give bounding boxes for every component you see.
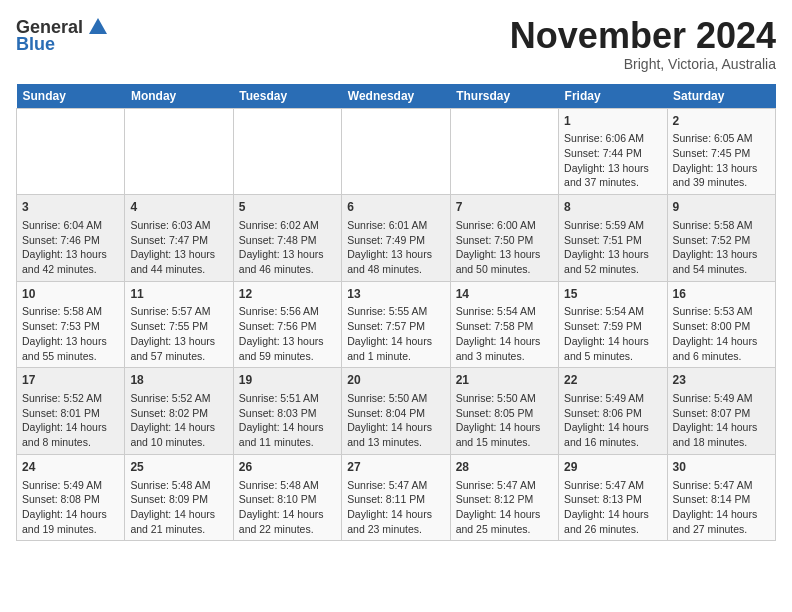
day-detail: Sunset: 8:06 PM bbox=[564, 406, 661, 421]
day-detail: Daylight: 13 hours and 54 minutes. bbox=[673, 247, 770, 276]
calendar-cell: 25Sunrise: 5:48 AMSunset: 8:09 PMDayligh… bbox=[125, 454, 233, 541]
day-detail: Sunrise: 6:04 AM bbox=[22, 218, 119, 233]
day-number: 28 bbox=[456, 459, 553, 476]
day-detail: Sunset: 8:11 PM bbox=[347, 492, 444, 507]
day-number: 9 bbox=[673, 199, 770, 216]
calendar-cell: 18Sunrise: 5:52 AMSunset: 8:02 PMDayligh… bbox=[125, 368, 233, 455]
day-number: 26 bbox=[239, 459, 336, 476]
day-number: 6 bbox=[347, 199, 444, 216]
day-number: 25 bbox=[130, 459, 227, 476]
calendar-cell: 7Sunrise: 6:00 AMSunset: 7:50 PMDaylight… bbox=[450, 195, 558, 282]
day-detail: Daylight: 14 hours and 22 minutes. bbox=[239, 507, 336, 536]
calendar-week-row: 3Sunrise: 6:04 AMSunset: 7:46 PMDaylight… bbox=[17, 195, 776, 282]
day-detail: Sunrise: 5:52 AM bbox=[22, 391, 119, 406]
calendar-cell: 23Sunrise: 5:49 AMSunset: 8:07 PMDayligh… bbox=[667, 368, 775, 455]
day-detail: Sunrise: 5:54 AM bbox=[564, 304, 661, 319]
day-detail: Sunset: 7:49 PM bbox=[347, 233, 444, 248]
day-detail: Daylight: 14 hours and 19 minutes. bbox=[22, 507, 119, 536]
day-detail: Daylight: 14 hours and 21 minutes. bbox=[130, 507, 227, 536]
location-subtitle: Bright, Victoria, Australia bbox=[510, 56, 776, 72]
day-detail: Sunrise: 5:47 AM bbox=[564, 478, 661, 493]
day-detail: Sunrise: 5:58 AM bbox=[673, 218, 770, 233]
day-detail: Daylight: 13 hours and 59 minutes. bbox=[239, 334, 336, 363]
day-detail: Sunrise: 6:01 AM bbox=[347, 218, 444, 233]
logo: General Blue bbox=[16, 16, 109, 55]
calendar-cell: 24Sunrise: 5:49 AMSunset: 8:08 PMDayligh… bbox=[17, 454, 125, 541]
day-detail: Daylight: 13 hours and 44 minutes. bbox=[130, 247, 227, 276]
day-number: 29 bbox=[564, 459, 661, 476]
day-detail: Sunrise: 5:50 AM bbox=[347, 391, 444, 406]
page-header: General Blue November 2024 Bright, Victo… bbox=[16, 16, 776, 72]
day-detail: Sunset: 7:44 PM bbox=[564, 146, 661, 161]
day-number: 24 bbox=[22, 459, 119, 476]
day-detail: Daylight: 14 hours and 10 minutes. bbox=[130, 420, 227, 449]
calendar-cell: 26Sunrise: 5:48 AMSunset: 8:10 PMDayligh… bbox=[233, 454, 341, 541]
day-detail: Sunrise: 6:02 AM bbox=[239, 218, 336, 233]
weekday-header: Tuesday bbox=[233, 84, 341, 109]
day-detail: Daylight: 14 hours and 15 minutes. bbox=[456, 420, 553, 449]
day-detail: Daylight: 14 hours and 8 minutes. bbox=[22, 420, 119, 449]
calendar-cell bbox=[450, 108, 558, 195]
calendar-week-row: 24Sunrise: 5:49 AMSunset: 8:08 PMDayligh… bbox=[17, 454, 776, 541]
weekday-header: Sunday bbox=[17, 84, 125, 109]
day-number: 13 bbox=[347, 286, 444, 303]
day-detail: Sunrise: 5:52 AM bbox=[130, 391, 227, 406]
day-detail: Sunset: 8:08 PM bbox=[22, 492, 119, 507]
calendar-cell: 28Sunrise: 5:47 AMSunset: 8:12 PMDayligh… bbox=[450, 454, 558, 541]
day-detail: Sunrise: 6:06 AM bbox=[564, 131, 661, 146]
calendar-cell: 11Sunrise: 5:57 AMSunset: 7:55 PMDayligh… bbox=[125, 281, 233, 368]
logo-icon bbox=[87, 16, 109, 38]
calendar-table: SundayMondayTuesdayWednesdayThursdayFrid… bbox=[16, 84, 776, 542]
calendar-cell: 4Sunrise: 6:03 AMSunset: 7:47 PMDaylight… bbox=[125, 195, 233, 282]
day-detail: Sunrise: 5:49 AM bbox=[22, 478, 119, 493]
calendar-cell: 13Sunrise: 5:55 AMSunset: 7:57 PMDayligh… bbox=[342, 281, 450, 368]
weekday-header: Wednesday bbox=[342, 84, 450, 109]
day-detail: Daylight: 13 hours and 39 minutes. bbox=[673, 161, 770, 190]
day-detail: Sunrise: 5:50 AM bbox=[456, 391, 553, 406]
calendar-week-row: 1Sunrise: 6:06 AMSunset: 7:44 PMDaylight… bbox=[17, 108, 776, 195]
day-detail: Sunset: 7:59 PM bbox=[564, 319, 661, 334]
day-detail: Sunset: 7:47 PM bbox=[130, 233, 227, 248]
day-number: 8 bbox=[564, 199, 661, 216]
calendar-cell: 5Sunrise: 6:02 AMSunset: 7:48 PMDaylight… bbox=[233, 195, 341, 282]
day-detail: Daylight: 14 hours and 11 minutes. bbox=[239, 420, 336, 449]
day-number: 30 bbox=[673, 459, 770, 476]
day-detail: Daylight: 13 hours and 52 minutes. bbox=[564, 247, 661, 276]
calendar-cell: 15Sunrise: 5:54 AMSunset: 7:59 PMDayligh… bbox=[559, 281, 667, 368]
calendar-cell: 10Sunrise: 5:58 AMSunset: 7:53 PMDayligh… bbox=[17, 281, 125, 368]
day-detail: Sunset: 7:48 PM bbox=[239, 233, 336, 248]
calendar-cell: 22Sunrise: 5:49 AMSunset: 8:06 PMDayligh… bbox=[559, 368, 667, 455]
calendar-cell: 14Sunrise: 5:54 AMSunset: 7:58 PMDayligh… bbox=[450, 281, 558, 368]
day-detail: Daylight: 14 hours and 1 minute. bbox=[347, 334, 444, 363]
calendar-cell bbox=[233, 108, 341, 195]
day-detail: Sunset: 7:57 PM bbox=[347, 319, 444, 334]
weekday-header: Saturday bbox=[667, 84, 775, 109]
day-detail: Sunrise: 5:55 AM bbox=[347, 304, 444, 319]
day-detail: Daylight: 14 hours and 25 minutes. bbox=[456, 507, 553, 536]
calendar-cell: 16Sunrise: 5:53 AMSunset: 8:00 PMDayligh… bbox=[667, 281, 775, 368]
weekday-header: Monday bbox=[125, 84, 233, 109]
day-detail: Daylight: 13 hours and 50 minutes. bbox=[456, 247, 553, 276]
day-detail: Sunset: 7:58 PM bbox=[456, 319, 553, 334]
day-number: 21 bbox=[456, 372, 553, 389]
calendar-cell: 12Sunrise: 5:56 AMSunset: 7:56 PMDayligh… bbox=[233, 281, 341, 368]
day-detail: Sunrise: 5:53 AM bbox=[673, 304, 770, 319]
calendar-cell: 17Sunrise: 5:52 AMSunset: 8:01 PMDayligh… bbox=[17, 368, 125, 455]
calendar-cell: 20Sunrise: 5:50 AMSunset: 8:04 PMDayligh… bbox=[342, 368, 450, 455]
day-detail: Sunset: 7:51 PM bbox=[564, 233, 661, 248]
day-detail: Sunrise: 5:58 AM bbox=[22, 304, 119, 319]
day-detail: Sunrise: 6:05 AM bbox=[673, 131, 770, 146]
calendar-cell: 8Sunrise: 5:59 AMSunset: 7:51 PMDaylight… bbox=[559, 195, 667, 282]
day-number: 7 bbox=[456, 199, 553, 216]
day-number: 15 bbox=[564, 286, 661, 303]
calendar-cell: 27Sunrise: 5:47 AMSunset: 8:11 PMDayligh… bbox=[342, 454, 450, 541]
day-detail: Daylight: 14 hours and 16 minutes. bbox=[564, 420, 661, 449]
day-detail: Sunset: 8:00 PM bbox=[673, 319, 770, 334]
weekday-header: Friday bbox=[559, 84, 667, 109]
day-detail: Sunset: 7:56 PM bbox=[239, 319, 336, 334]
day-detail: Daylight: 14 hours and 18 minutes. bbox=[673, 420, 770, 449]
weekday-header: Thursday bbox=[450, 84, 558, 109]
day-detail: Sunrise: 5:56 AM bbox=[239, 304, 336, 319]
calendar-cell bbox=[125, 108, 233, 195]
calendar-week-row: 17Sunrise: 5:52 AMSunset: 8:01 PMDayligh… bbox=[17, 368, 776, 455]
